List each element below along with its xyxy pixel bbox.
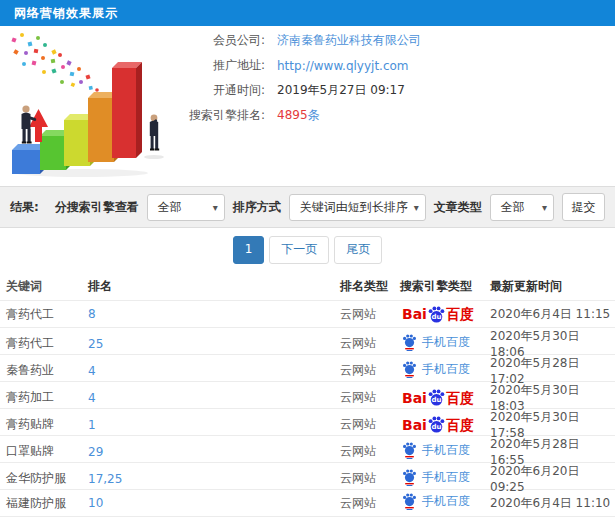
engine-cell: 手机百度: [400, 442, 490, 462]
table-row-partial: [0, 516, 615, 520]
mobile-baidu-icon: 手机百度: [402, 442, 470, 459]
pagination: 1 下一页 尾页: [0, 228, 615, 272]
rank-link[interactable]: 29: [88, 445, 103, 459]
engine-rank-label: 搜索引擎排名:: [175, 107, 265, 124]
filter-bar: 结果: 分搜索引擎查看 全部 ▾ 排序方式 关键词由短到长排序 ▾ 文章类型 全…: [0, 186, 615, 228]
company-link[interactable]: 济南秦鲁药业科技有限公司: [277, 32, 421, 49]
header-rank-type: 排名类型: [340, 278, 400, 295]
mobile-baidu-icon: 手机百度: [402, 334, 470, 351]
chevron-down-icon: ▾: [213, 202, 218, 213]
article-type-value: 全部: [501, 199, 525, 216]
rank-type-cell: 云网站: [340, 335, 400, 352]
engine-filter-select[interactable]: 全部 ▾: [147, 194, 225, 221]
mobile-baidu-label: 手机百度: [422, 493, 470, 510]
engine-cell: Bai du 百度: [400, 306, 490, 323]
member-info: 会员公司: 济南秦鲁药业科技有限公司 推广地址: http://www.qlyy…: [175, 28, 421, 128]
header-rank: 排名: [88, 278, 340, 295]
rank-link[interactable]: 17,25: [88, 472, 122, 486]
rank-cell: 10: [88, 496, 340, 510]
submit-button[interactable]: 提交: [562, 193, 605, 221]
updated-cell: 2020年6月4日 11:10: [490, 495, 615, 512]
rank-count: 4895: [277, 108, 308, 122]
baidu-paw-icon: du: [428, 389, 445, 406]
keyword-cell: 口罩贴牌: [0, 443, 88, 460]
header-engine-type: 搜索引擎类型: [400, 278, 490, 295]
header-keyword: 关键词: [0, 278, 88, 295]
keyword-cell: 膏药代工: [0, 335, 88, 352]
engine-rank-row: 搜索引擎排名: 4895条: [175, 103, 421, 128]
rank-cell: 1: [88, 418, 340, 432]
rank-cell: 4: [88, 391, 340, 405]
engine-cell: 手机百度: [400, 493, 490, 513]
sort-filter-select[interactable]: 关键词由短到长排序 ▾: [289, 194, 426, 221]
rank-link[interactable]: 1: [88, 418, 96, 432]
rank-type-cell: 云网站: [340, 306, 400, 323]
opened-time-label: 开通时间:: [175, 82, 265, 99]
page-title: 网络营销效果展示: [14, 5, 118, 22]
rank-link[interactable]: 4: [88, 364, 96, 378]
baidu-logo-bai: Bai: [402, 391, 427, 405]
baidu-logo-cn: 百度: [446, 418, 474, 432]
page-1-button[interactable]: 1: [233, 236, 265, 264]
header-updated: 最新更新时间: [490, 278, 615, 295]
next-page-button[interactable]: 下一页: [269, 236, 329, 264]
rank-link[interactable]: 4: [88, 391, 96, 405]
baidu-logo-cn: 百度: [446, 391, 474, 405]
engine-cell: 手机百度: [400, 361, 490, 381]
baidu-logo-icon: Bai du 百度: [402, 306, 474, 323]
mobile-baidu-icon: 手机百度: [402, 469, 470, 486]
table-row: 膏药代工 25 云网站 手机百度 2020年5月30日 18:06: [0, 327, 615, 354]
baidu-logo-icon: Bai du 百度: [402, 416, 474, 433]
rank-type-cell: 云网站: [340, 495, 400, 512]
table-row: 膏药代工 8 云网站 Bai du 百度 2020年6月4日 11:15: [0, 300, 615, 327]
opened-time-row: 开通时间: 2019年5月27日 09:17: [175, 78, 421, 103]
promo-url-link[interactable]: http://www.qlyyjt.com: [277, 59, 409, 73]
keyword-cell: 福建防护服: [0, 495, 88, 512]
businessman-thinking-icon: [144, 115, 164, 159]
rank-cell: 25: [88, 337, 340, 351]
company-label: 会员公司:: [175, 32, 265, 49]
rank-link[interactable]: 10: [88, 496, 103, 510]
table-row: 秦鲁药业 4 云网站 手机百度 2020年5月28日 17:02: [0, 354, 615, 381]
keyword-cell: 膏药代工: [0, 306, 88, 323]
engine-cell: 手机百度: [400, 469, 490, 489]
engine-filter-value: 全部: [158, 199, 182, 216]
updated-cell: 2020年6月20日 09:25: [490, 463, 615, 494]
keyword-cell: 金华防护服: [0, 470, 88, 487]
rank-type-cell: 云网站: [340, 362, 400, 379]
baidu-logo-bai: Bai: [402, 418, 427, 432]
article-type-select[interactable]: 全部 ▾: [490, 194, 554, 221]
table-row: 膏药贴牌 1 云网站 Bai du 百度 2020年5月30日 17:58: [0, 408, 615, 435]
table-row: 膏药加工 4 云网站 Bai du 百度 2020年5月30日 18:03: [0, 381, 615, 408]
mobile-baidu-icon: 手机百度: [402, 493, 470, 510]
rank-type-cell: 云网站: [340, 416, 400, 433]
engine-cell: Bai du 百度: [400, 389, 490, 406]
keyword-cell: 膏药加工: [0, 389, 88, 406]
rank-link[interactable]: 8: [88, 307, 96, 321]
rank-link[interactable]: 25: [88, 337, 103, 351]
engine-filter-label: 分搜索引擎查看: [55, 199, 139, 216]
mobile-baidu-label: 手机百度: [422, 361, 470, 378]
baidu-paw-icon: du: [428, 416, 445, 433]
mobile-baidu-label: 手机百度: [422, 469, 470, 486]
keyword-cell: 秦鲁药业: [0, 362, 88, 379]
baidu-logo-du: du: [428, 314, 445, 321]
rank-type-cell: 云网站: [340, 389, 400, 406]
promo-url-row: 推广地址: http://www.qlyyjt.com: [175, 53, 421, 78]
baidu-logo-du: du: [428, 424, 445, 431]
rank-cell: 29: [88, 445, 340, 459]
article-type-label: 文章类型: [434, 199, 482, 216]
growth-chart-illustration: [2, 30, 172, 180]
titlebar: 网络营销效果展示: [0, 0, 615, 26]
promo-url-label: 推广地址:: [175, 57, 265, 74]
last-page-button[interactable]: 尾页: [334, 236, 382, 264]
chevron-down-icon: ▾: [542, 202, 547, 213]
baidu-logo-du: du: [428, 397, 445, 404]
confetti-icon: [11, 33, 98, 92]
mobile-baidu-label: 手机百度: [422, 334, 470, 351]
mobile-baidu-label: 手机百度: [422, 442, 470, 459]
rank-type-cell: 云网站: [340, 470, 400, 487]
keyword-cell: 膏药贴牌: [0, 416, 88, 433]
sort-filter-value: 关键词由短到长排序: [300, 199, 408, 216]
opened-time-value: 2019年5月27日 09:17: [277, 82, 405, 99]
